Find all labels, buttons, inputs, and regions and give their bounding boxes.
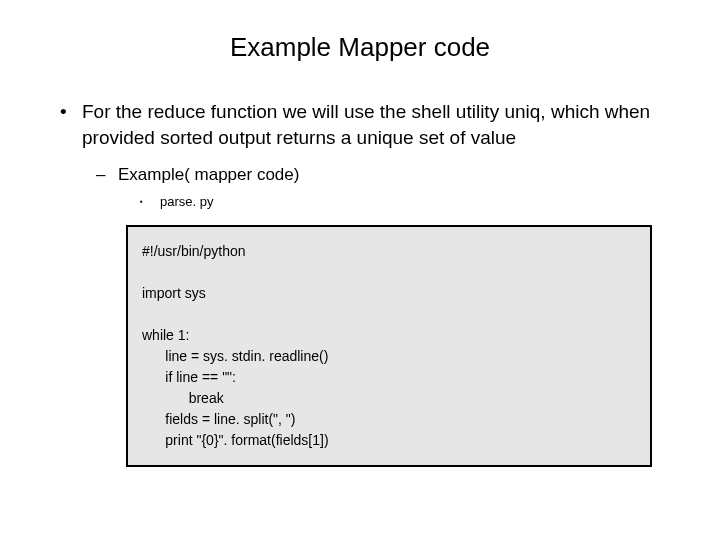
bullet-dash-icon: – — [96, 164, 118, 186]
bullet-square-icon: ▪ — [140, 194, 160, 211]
code-block: #!/usr/bin/python import sys while 1: li… — [126, 225, 652, 467]
slide-title: Example Mapper code — [48, 32, 672, 63]
bullet-level-3: ▪ parse. py — [140, 194, 672, 211]
bullet-dot-icon: • — [56, 99, 82, 150]
bullet-l2-text: Example( mapper code) — [118, 164, 299, 186]
bullet-level-2: – Example( mapper code) — [96, 164, 672, 186]
bullet-level-1: • For the reduce function we will use th… — [56, 99, 672, 150]
bullet-l3-text: parse. py — [160, 194, 213, 211]
bullet-l1-text: For the reduce function we will use the … — [82, 99, 672, 150]
slide: Example Mapper code • For the reduce fun… — [0, 0, 720, 540]
